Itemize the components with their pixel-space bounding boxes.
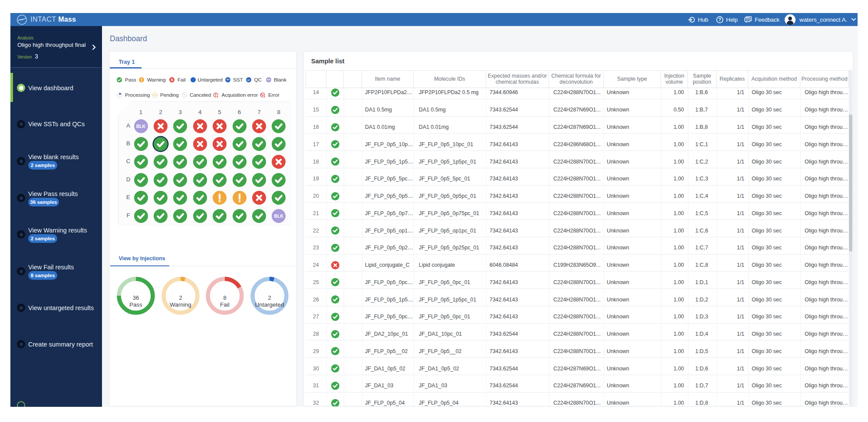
svg-text:?: ? <box>718 17 721 22</box>
svg-text:QC: QC <box>247 79 250 81</box>
svg-text:BLK: BLK <box>267 79 270 81</box>
svg-text:SST: SST <box>227 79 230 81</box>
